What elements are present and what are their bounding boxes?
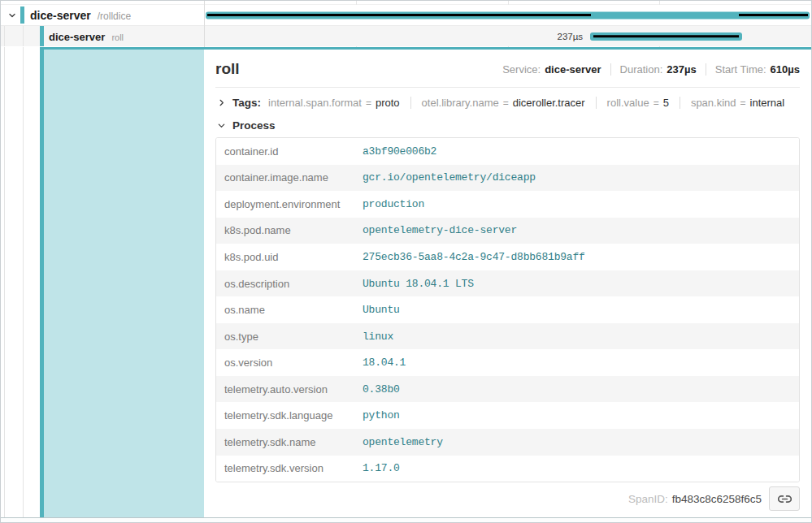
row-key: deployment.environment — [224, 198, 363, 210]
detail-left-gutter — [1, 47, 204, 517]
spanid-value: fb483c8c6258f6c5 — [672, 493, 762, 505]
detail-header: roll Service: dice-server Duration: 237µ… — [215, 50, 800, 88]
table-row: container.image.namegcr.io/opentelemetry… — [216, 165, 799, 192]
chevron-down-icon — [215, 120, 227, 132]
indent-guide — [23, 26, 24, 46]
table-row: os.version18.04.1 — [216, 349, 799, 376]
row-key: os.name — [224, 304, 363, 316]
table-row: os.nameUbuntu — [216, 296, 799, 323]
span-color-fill — [44, 47, 204, 517]
overview-duration: Duration: 237µs — [610, 63, 697, 76]
row-value: gcr.io/opentelemetry/diceapp — [363, 171, 536, 184]
indent-guide — [23, 47, 24, 517]
row-value: python — [363, 409, 400, 421]
span-name-column: dice-serverroll — [1, 26, 204, 46]
critical-path-segment — [593, 35, 739, 38]
span-bar-area: 237µs — [204, 26, 811, 46]
row-key: container.image.name — [224, 171, 363, 184]
table-row: telemetry.sdk.version1.17.0 — [216, 456, 799, 482]
span-overview: Service: dice-server Duration: 237µs Sta… — [502, 63, 800, 76]
table-row: k8s.pod.nameopentelemetry-dice-server — [216, 218, 799, 244]
process-label: Process — [232, 119, 276, 132]
row-key: telemetry.sdk.name — [224, 436, 363, 448]
row-key: k8s.pod.name — [224, 224, 363, 236]
row-value: linux — [363, 331, 393, 343]
process-key-value-table: container.ida3bf90e006b2 container.image… — [215, 137, 800, 482]
detail-footer: SpanID: fb483c8c6258f6c5 — [215, 482, 800, 515]
row-key: telemetry.auto.version — [224, 383, 363, 395]
span-name-column: dice-server/rolldice — [1, 5, 204, 25]
span-duration-bar[interactable] — [590, 32, 742, 41]
row-key: os.version — [224, 357, 363, 369]
indent-guide — [4, 26, 5, 46]
window-bottom-edge — [1, 517, 811, 523]
chevron-right-icon — [215, 97, 227, 109]
service-color-strip — [40, 47, 44, 517]
tag-item: span.kind = internal — [680, 97, 784, 109]
trace-timeline: dice-server/rolldice dice-serverroll 237… — [1, 1, 811, 47]
row-key: telemetry.sdk.version — [224, 462, 363, 474]
row-value: Ubuntu 18.04.1 LTS — [363, 278, 474, 290]
process-accordion-header[interactable]: Process — [215, 119, 800, 132]
operation-name: /rolldice — [98, 11, 131, 22]
table-row: telemetry.sdk.nameopentelemetry — [216, 429, 799, 456]
row-key: k8s.pod.uid — [224, 251, 363, 263]
collapse-children-button[interactable] — [7, 10, 18, 21]
row-value: a3bf90e006b2 — [363, 145, 436, 158]
row-value: opentelemetry-dice-server — [363, 224, 517, 236]
tags-accordion-header[interactable]: Tags: internal.span.format = proto otel.… — [215, 97, 800, 109]
critical-path-segment — [739, 14, 808, 16]
span-duration-label: 237µs — [558, 32, 591, 41]
name-column-divider[interactable] — [204, 1, 205, 47]
service-color-strip — [40, 26, 44, 46]
overview-start-time: Start Time: 610µs — [706, 63, 800, 76]
indent-guide — [4, 47, 5, 517]
spanid-label: SpanID: — [628, 493, 668, 505]
table-row: os.typelinux — [216, 323, 799, 350]
table-row: container.ida3bf90e006b2 — [216, 138, 799, 165]
tag-item: roll.value = 5 — [596, 97, 669, 109]
row-value: production — [363, 198, 424, 210]
detail-top-accent-border — [40, 47, 204, 50]
table-row: k8s.pod.uid275ecb36-5aa8-4c2a-9c47-d8bb6… — [216, 244, 799, 270]
table-row: deployment.environmentproduction — [216, 191, 799, 218]
row-key: container.id — [224, 145, 363, 158]
jaeger-span-detail-page: dice-server/rolldice dice-serverroll 237… — [0, 0, 812, 523]
service-color-strip — [20, 6, 24, 24]
span-detail-panel: roll Service: dice-server Duration: 237µ… — [204, 47, 811, 517]
tag-item: internal.span.format = proto — [268, 97, 400, 109]
span-duration-bar[interactable] — [206, 11, 810, 19]
row-value: 275ecb36-5aa8-4c2a-9c47-d8bb681b9aff — [363, 251, 585, 263]
row-key: os.type — [224, 331, 363, 343]
tags-label: Tags: — [232, 97, 261, 109]
span-operation-title: roll — [215, 60, 502, 78]
overview-service: Service: dice-server — [502, 63, 601, 76]
row-key: os.description — [224, 278, 363, 290]
service-name: dice-serverroll — [49, 30, 124, 42]
tags-summary: internal.span.format = proto otel.librar… — [268, 97, 784, 109]
table-row: os.descriptionUbuntu 18.04.1 LTS — [216, 270, 799, 297]
row-value: opentelemetry — [363, 436, 443, 448]
row-value: 1.17.0 — [363, 462, 400, 474]
row-value: 0.38b0 — [363, 383, 400, 395]
span-detail-section: roll Service: dice-server Duration: 237µ… — [1, 47, 811, 517]
table-row: telemetry.auto.version0.38b0 — [216, 376, 799, 403]
table-row: telemetry.sdk.languagepython — [216, 402, 799, 429]
row-key: telemetry.sdk.language — [224, 409, 363, 421]
operation-name: roll — [111, 32, 124, 41]
row-value: Ubuntu — [363, 304, 400, 316]
row-value: 18.04.1 — [363, 357, 406, 369]
critical-path-segment — [207, 14, 591, 16]
tag-item: otel.library.name = diceroller.tracer — [410, 97, 585, 109]
span-row-rolldice[interactable]: dice-server/rolldice — [1, 5, 811, 25]
span-row-roll-selected[interactable]: dice-serverroll 237µs — [1, 25, 811, 46]
chevron-down-icon — [7, 11, 17, 20]
span-bar-area — [204, 5, 811, 25]
service-name: dice-server/rolldice — [30, 9, 131, 22]
copy-span-link-button[interactable] — [769, 486, 800, 511]
link-icon — [778, 492, 792, 506]
